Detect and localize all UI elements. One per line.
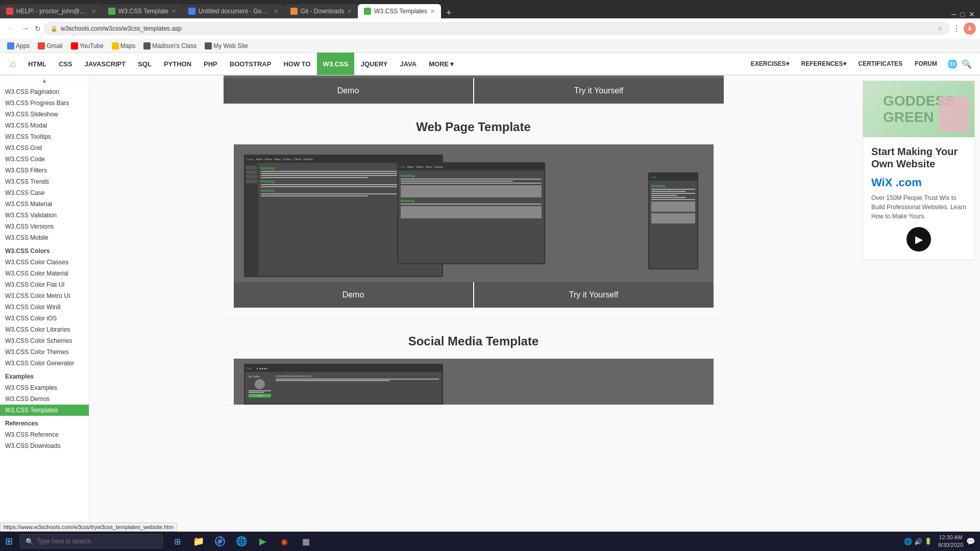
globe-icon[interactable]: 🌐 [947, 59, 958, 69]
tab-close-3[interactable]: ✕ [274, 8, 278, 15]
tab-close-4[interactable]: ✕ [347, 8, 352, 15]
bookmark-youtube[interactable]: YouTube [68, 41, 107, 51]
tab-favicon-5 [364, 8, 371, 15]
main-layout: ▲ W3.CSS Pagination W3.CSS Progress Bars… [0, 76, 980, 532]
sidebar-item-filters[interactable]: W3.CSS Filters [0, 165, 89, 176]
sidebar-scroll-up[interactable]: ▲ [0, 76, 89, 86]
sidebar-item-tooltips[interactable]: W3.CSS Tooltips [0, 131, 89, 142]
nav-sql[interactable]: SQL [132, 53, 158, 75]
sidebar-item-mobile[interactable]: W3.CSS Mobile [0, 232, 89, 243]
sidebar-item-case[interactable]: W3.CSS Case [0, 187, 89, 198]
sidebar-downloads[interactable]: W3.CSS Downloads [0, 440, 89, 452]
sidebar-examples[interactable]: W3.CSS Examples [0, 382, 89, 393]
browser-tab-2[interactable]: W3.CSS Template ✕ [102, 4, 182, 18]
nav-html[interactable]: HTML [22, 53, 53, 75]
profile-avatar[interactable]: A [964, 22, 976, 35]
minimize-button[interactable]: ─ [951, 10, 957, 18]
phone-mockup: Logo Heading [648, 172, 698, 269]
back-button[interactable]: ← [4, 22, 16, 35]
sidebar-color-material[interactable]: W3.CSS Color Material [0, 268, 89, 279]
sidebar-color-generator[interactable]: W3.CSS Color Generator [0, 358, 89, 369]
prev-demo-button[interactable]: Demo [224, 78, 473, 104]
bookmark-maps[interactable]: Maps [109, 41, 138, 51]
bookmark-apps-label: Apps [16, 42, 30, 49]
sidebar-item-progress-bars[interactable]: W3.CSS Progress Bars [0, 97, 89, 109]
nav-forum[interactable]: FORUM [909, 53, 943, 75]
nav-python[interactable]: PYTHON [158, 53, 198, 75]
url-bar[interactable]: 🔒 w3schools.com/w3css/w3css_templates.as… [44, 22, 949, 35]
sidebar-color-classes[interactable]: W3.CSS Color Classes [0, 257, 89, 268]
nav-more[interactable]: MORE ▾ [423, 53, 460, 75]
new-tab-button[interactable]: + [441, 8, 457, 18]
sidebar-item-trends[interactable]: W3.CSS Trends [0, 176, 89, 187]
nav-exercises[interactable]: EXERCISES ▾ [745, 53, 795, 75]
web-page-preview: Logo About Values News Contact Clients P… [244, 149, 703, 277]
sidebar-item-material[interactable]: W3.CSS Material [0, 198, 89, 210]
tab-close-2[interactable]: ✕ [172, 8, 176, 15]
reload-button[interactable]: ↻ [35, 24, 41, 33]
nav-certificates[interactable]: CERTIFICATES [852, 53, 909, 75]
web-page-try-button[interactable]: Try it Yourself [474, 282, 714, 308]
restore-button[interactable]: □ [961, 10, 965, 18]
sidebar-color-schemes[interactable]: W3.CSS Color Schemes [0, 335, 89, 346]
web-page-template-section: Web Page Template Logo About Values News [224, 105, 724, 319]
nav-java[interactable]: JAVA [394, 53, 423, 75]
social-desktop-body: My Profile + Post Social Media template … [245, 372, 442, 402]
sidebar-color-libraries[interactable]: W3.CSS Color Libraries [0, 324, 89, 335]
tablet-heading-1: Heading [401, 174, 542, 178]
forward-button[interactable]: → [19, 22, 32, 35]
browser-tab-1[interactable]: HELP! - proctor_john@wheaton... ✕ [0, 4, 102, 18]
desktop-left-nav [245, 163, 258, 276]
sidebar-demos[interactable]: W3.CSS Demos [0, 393, 89, 405]
sidebar-color-flat-ui[interactable]: W3.CSS Color Flat UI [0, 279, 89, 290]
nav-php[interactable]: PHP [198, 53, 224, 75]
sidebar-color-ios[interactable]: W3.CSS Color iOS [0, 313, 89, 324]
bookmark-apps[interactable]: Apps [4, 41, 33, 51]
bookmark-my-web-site-label: My Web Site [213, 42, 248, 49]
sidebar-templates[interactable]: W3.CSS Templates [0, 405, 89, 416]
bookmark-star-icon[interactable]: ☆ [937, 25, 943, 32]
prev-try-button[interactable]: Try it Yourself [474, 78, 724, 104]
nav-javascript[interactable]: JAVASCRIPT [79, 53, 132, 75]
tab-close-5[interactable]: ✕ [430, 8, 435, 15]
sidebar-color-metro-ui[interactable]: W3.CSS Color Metro UI [0, 290, 89, 302]
nav-references[interactable]: REFERENCES ▾ [795, 53, 852, 75]
bookmark-gmail[interactable]: Gmail [35, 41, 65, 51]
search-icon[interactable]: 🔍 [962, 59, 972, 69]
sidebar-item-versions[interactable]: W3.CSS Versions [0, 221, 89, 232]
close-window-button[interactable]: ✕ [969, 10, 975, 18]
sidebar-color-themes[interactable]: W3.CSS Color Themes [0, 346, 89, 358]
phone-text-3 [651, 193, 695, 194]
sidebar-color-win8[interactable]: W3.CSS Color Win8 [0, 302, 89, 313]
nav-css[interactable]: CSS [53, 53, 79, 75]
extensions-button[interactable]: ⋮ [952, 24, 961, 34]
web-page-demo-button[interactable]: Demo [234, 282, 473, 308]
bookmark-my-web-site[interactable]: My Web Site [202, 41, 251, 51]
ad-cta-button[interactable]: ▶ [906, 227, 931, 252]
home-button[interactable]: ⌂ [4, 59, 22, 69]
sidebar-reference[interactable]: W3.CSS Reference [0, 429, 89, 440]
tab-close-1[interactable]: ✕ [91, 8, 96, 15]
sidebar-item-code[interactable]: W3.CSS Code [0, 154, 89, 165]
sidebar-item-slideshow[interactable]: W3.CSS Slideshow [0, 109, 89, 120]
desktop-text-4 [261, 177, 368, 178]
tablet-text-2 [401, 181, 513, 182]
apps-icon [7, 42, 14, 49]
sidebar-item-pagination[interactable]: W3.CSS Pagination [0, 86, 89, 97]
tab-title-1: HELP! - proctor_john@wheaton... [16, 8, 88, 15]
browser-tab-bar: HELP! - proctor_john@wheaton... ✕ W3.CSS… [0, 0, 980, 18]
social-name-bar [249, 390, 271, 391]
sidebar-item-modal[interactable]: W3.CSS Modal [0, 120, 89, 131]
browser-tab-5[interactable]: W3.CSS Templates ✕ [358, 4, 441, 18]
bookmark-madisons-class[interactable]: Madison's Class [140, 41, 200, 51]
sidebar-item-grid[interactable]: W3.CSS Grid [0, 142, 89, 154]
nav-bootstrap[interactable]: BOOTSTRAP [224, 53, 278, 75]
sidebar-item-validation[interactable]: W3.CSS Validation [0, 210, 89, 221]
browser-tab-3[interactable]: Untitled document - Google Do... ✕ [182, 4, 284, 18]
nav-w3css[interactable]: W3.CSS [317, 53, 355, 75]
nav-jquery[interactable]: JQUERY [354, 53, 394, 75]
nav-howto[interactable]: HOW TO [277, 53, 316, 75]
social-stat-bar [249, 392, 264, 393]
social-post-btn: + Post [249, 394, 271, 397]
browser-tab-4[interactable]: Git - Downloads ✕ [284, 4, 358, 18]
